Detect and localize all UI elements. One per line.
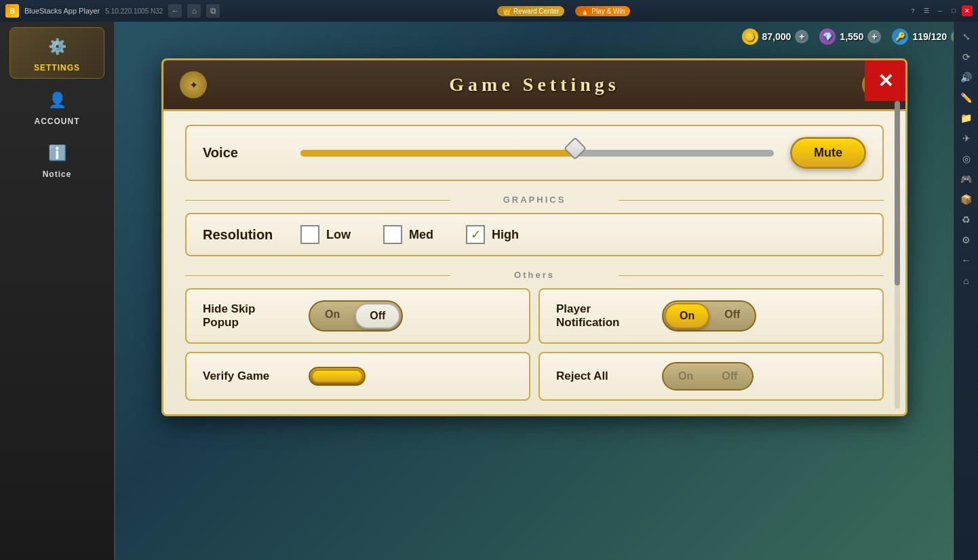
settings-icon: ⚙️ bbox=[43, 33, 71, 60]
rt-package-btn[interactable]: 📦 bbox=[957, 190, 976, 209]
minimize-btn[interactable]: ─ bbox=[935, 5, 945, 16]
rt-back-btn[interactable]: ← bbox=[957, 251, 976, 270]
others-section: Hide Skip Popup On Off Player Notificati… bbox=[185, 288, 884, 401]
med-checkbox[interactable] bbox=[383, 225, 402, 244]
titlebar-right: ? ☰ ─ □ ✕ bbox=[907, 5, 973, 16]
gem-add-btn[interactable]: + bbox=[867, 30, 881, 43]
window-close-btn[interactable]: ✕ bbox=[962, 5, 973, 16]
back-btn[interactable]: ← bbox=[168, 4, 182, 18]
hide-skip-on[interactable]: On bbox=[311, 303, 353, 329]
resolution-label: Resolution bbox=[203, 227, 284, 243]
help-btn[interactable]: ? bbox=[907, 5, 918, 16]
rt-target-btn[interactable]: ◎ bbox=[957, 149, 976, 168]
graphics-label: GRAPHICS bbox=[503, 195, 566, 205]
player-notif-off[interactable]: Off bbox=[711, 303, 754, 329]
rt-rotate-btn[interactable]: ⟳ bbox=[957, 47, 976, 66]
title-bar: B BlueStacks App Player 5.10.220.1005 N3… bbox=[0, 0, 978, 22]
graphics-section: Resolution Low Med ✓ High bbox=[185, 213, 884, 256]
player-notif-label: Player Notification bbox=[556, 302, 651, 329]
reward-label: Reward Center bbox=[513, 7, 559, 15]
rt-home-btn[interactable]: ⌂ bbox=[957, 271, 976, 290]
key-icon: 🔑 bbox=[892, 28, 908, 45]
sidebar-item-account[interactable]: 👤 ACCOUNT bbox=[9, 81, 104, 132]
verify-game-item: Verify Game bbox=[185, 352, 530, 401]
rt-expand-btn[interactable]: ⤡ bbox=[957, 27, 976, 46]
notice-icon: ℹ️ bbox=[43, 140, 71, 167]
hud-gold: 🪙 87,000 + bbox=[742, 28, 809, 45]
rt-game-btn[interactable]: 🎮 bbox=[957, 169, 976, 188]
voice-slider-track bbox=[300, 150, 774, 157]
mute-button[interactable]: Mute bbox=[790, 137, 866, 169]
main-content: ✦ Game Settings ✦ ✕ Voice Mute GRAPHICS bbox=[115, 52, 954, 560]
rt-folder-btn[interactable]: 📁 bbox=[957, 108, 976, 127]
resolution-low[interactable]: Low bbox=[300, 225, 351, 244]
rt-sound-btn[interactable]: 🔊 bbox=[957, 68, 976, 87]
rt-settings-btn[interactable]: ⚙ bbox=[957, 231, 976, 249]
low-checkbox[interactable] bbox=[300, 225, 319, 244]
gem-icon: 💎 bbox=[819, 28, 836, 45]
flame-icon: 🔥 bbox=[581, 7, 589, 15]
home-btn[interactable]: ⌂ bbox=[187, 4, 201, 18]
resolution-high[interactable]: ✓ High bbox=[466, 225, 519, 244]
copy-btn[interactable]: ⧉ bbox=[206, 4, 220, 18]
resolution-options: Low Med ✓ High bbox=[300, 225, 866, 244]
account-icon: 👤 bbox=[43, 87, 71, 114]
voice-slider-container bbox=[300, 145, 774, 161]
verify-game-label: Verify Game bbox=[203, 369, 298, 383]
app-name: BlueStacks App Player bbox=[24, 7, 100, 15]
hide-skip-off[interactable]: Off bbox=[355, 303, 400, 329]
reject-all-item: Reject All On Off bbox=[539, 352, 884, 401]
modal-close-btn[interactable]: ✕ bbox=[865, 60, 905, 101]
reject-all-label: Reject All bbox=[556, 369, 651, 383]
reject-all-on[interactable]: On bbox=[665, 365, 707, 388]
med-label: Med bbox=[409, 228, 433, 242]
rt-eco-btn[interactable]: ♻ bbox=[957, 210, 976, 229]
high-checkbox[interactable]: ✓ bbox=[466, 225, 485, 244]
reward-icon: 👑 bbox=[503, 7, 511, 15]
hide-skip-toggle: On Off bbox=[309, 300, 403, 332]
others-divider: Others bbox=[185, 270, 884, 280]
settings-label: SETTINGS bbox=[34, 63, 80, 73]
play-and-win-btn[interactable]: 🔥 Play & Win bbox=[575, 6, 630, 16]
rt-edit-btn[interactable]: ✏️ bbox=[957, 88, 976, 107]
modal-scrollbar[interactable] bbox=[895, 101, 900, 409]
titlebar-left: B BlueStacks App Player 5.10.220.1005 N3… bbox=[5, 4, 220, 18]
player-notif-on[interactable]: On bbox=[665, 303, 709, 329]
left-sidebar: ⚙️ SETTINGS 👤 ACCOUNT ℹ️ Notice bbox=[0, 22, 115, 560]
modal-scroll-thumb[interactable] bbox=[895, 101, 900, 285]
gold-add-btn[interactable]: + bbox=[795, 30, 808, 43]
app-version: 5.10.220.1005 N32 bbox=[105, 7, 163, 15]
settings-modal: ✦ Game Settings ✦ ✕ Voice Mute GRAPHICS bbox=[161, 58, 907, 416]
game-hud: 🪙 87,000 + 💎 1,550 + 🔑 119/120 + bbox=[122, 22, 978, 52]
gold-icon: 🪙 bbox=[742, 28, 758, 45]
others-label: Others bbox=[514, 270, 555, 280]
maximize-btn[interactable]: □ bbox=[948, 5, 959, 16]
playnwin-label: Play & Win bbox=[591, 7, 625, 15]
sidebar-item-notice[interactable]: ℹ️ Notice bbox=[9, 134, 104, 184]
low-label: Low bbox=[326, 228, 351, 242]
gem-value: 1,550 bbox=[840, 31, 863, 42]
hide-skip-popup-item: Hide Skip Popup On Off bbox=[185, 288, 530, 344]
menu-btn[interactable]: ☰ bbox=[921, 5, 932, 16]
header-deco-left: ✦ bbox=[180, 71, 207, 98]
graphics-divider: GRAPHICS bbox=[185, 195, 884, 205]
key-value: 119/120 bbox=[912, 31, 947, 42]
player-notif-toggle: On Off bbox=[662, 300, 756, 332]
verify-game-btn[interactable] bbox=[311, 369, 363, 383]
titlebar-nav: ← ⌂ ⧉ bbox=[168, 4, 220, 18]
sidebar-item-settings[interactable]: ⚙️ SETTINGS bbox=[9, 27, 104, 79]
player-notification-item: Player Notification On Off bbox=[539, 288, 884, 344]
account-label: ACCOUNT bbox=[35, 117, 80, 126]
rt-plane-btn[interactable]: ✈ bbox=[957, 129, 976, 148]
notice-label: Notice bbox=[43, 169, 72, 179]
resolution-med[interactable]: Med bbox=[383, 225, 433, 244]
reward-center-btn[interactable]: 👑 Reward Center bbox=[497, 6, 564, 16]
reject-all-off[interactable]: Off bbox=[708, 365, 751, 388]
modal-body: Voice Mute GRAPHICS Resolution Low bbox=[163, 111, 905, 414]
app-icon: B bbox=[5, 4, 19, 18]
titlebar-center: 👑 Reward Center 🔥 Play & Win bbox=[220, 6, 907, 16]
gold-value: 87,000 bbox=[762, 31, 791, 42]
voice-label: Voice bbox=[203, 145, 284, 161]
hide-skip-label: Hide Skip Popup bbox=[203, 302, 298, 329]
right-toolbar: ⤡ ⟳ 🔊 ✏️ 📁 ✈ ◎ 🎮 📦 ♻ ⚙ ← ⌂ bbox=[954, 22, 978, 560]
